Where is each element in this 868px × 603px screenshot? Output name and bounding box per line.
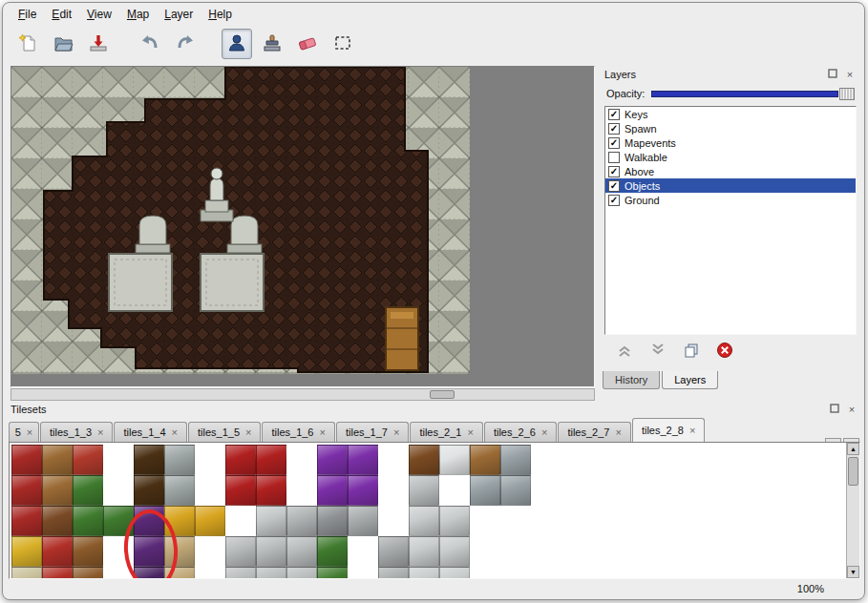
tile-cell[interactable] [195,445,225,475]
tile-cell[interactable] [317,445,348,475]
layer-visibility-checkbox[interactable]: ✓ [608,137,620,149]
menu-item-layer[interactable]: Layer [157,4,201,25]
layer-row-walkable[interactable]: Walkable [605,150,856,164]
tile-cell[interactable] [470,536,500,567]
tile-cell[interactable] [348,445,378,475]
tile-cell[interactable] [103,475,134,506]
tileset-tab-5[interactable]: 5× [9,422,39,442]
duplicate-layer-button[interactable] [681,342,702,361]
scroll-up-button[interactable]: ▲ [847,443,859,455]
layer-visibility-checkbox[interactable]: ✓ [608,123,620,135]
tile-cell[interactable] [500,445,531,475]
tile-cell[interactable] [11,567,42,579]
tile-cell[interactable] [195,506,225,536]
tileset-tab-tiles_2_1[interactable]: tiles_2_1× [410,422,482,442]
tile-cell[interactable] [134,445,164,475]
tile-cell[interactable] [134,475,164,506]
tab-close-icon[interactable]: × [393,427,399,438]
tile-cell[interactable] [73,506,103,536]
tab-close-icon[interactable]: × [320,427,326,438]
map-view[interactable] [11,66,595,387]
tile-cell[interactable] [134,506,164,536]
layer-visibility-checkbox[interactable]: ✓ [608,180,620,192]
redo-button[interactable] [170,29,201,59]
tile-cell[interactable] [256,567,286,579]
tile-cell[interactable] [286,567,317,579]
tile-cell[interactable] [225,536,256,567]
tile-cell[interactable] [73,445,103,475]
tile-cell[interactable] [225,475,256,506]
tile-cell[interactable] [409,506,439,536]
menu-item-view[interactable]: View [79,4,119,25]
tileset-tab-tiles_1_5[interactable]: tiles_1_5× [188,422,261,442]
tile-cell[interactable] [42,445,73,475]
tile-cell[interactable] [409,445,439,475]
raise-layer-button[interactable] [614,342,635,361]
tile-cell[interactable] [439,475,470,506]
layer-visibility-checkbox[interactable]: ✓ [608,166,620,177]
tile-cell[interactable] [348,567,378,579]
tab-close-icon[interactable]: × [172,427,178,438]
tile-cell[interactable] [256,475,286,506]
tile-cell[interactable] [348,506,378,536]
eraser-tool-button[interactable] [292,29,323,59]
tileset-tab-tiles_1_4[interactable]: tiles_1_4× [114,422,186,442]
tile-cell[interactable] [225,445,256,475]
tile-cell[interactable] [225,567,256,579]
tile-cell[interactable] [225,506,256,536]
tile-cell[interactable] [11,536,42,567]
menu-item-map[interactable]: Map [119,4,157,25]
tile-cell[interactable] [73,536,103,567]
tile-cell[interactable] [256,506,286,536]
panel-close-button[interactable]: × [845,403,858,416]
menu-item-file[interactable]: File [11,4,44,25]
tab-close-icon[interactable]: × [541,427,547,438]
tile-cell[interactable] [134,536,164,567]
tile-cell[interactable] [286,475,317,506]
tile-cell[interactable] [439,506,470,536]
tile-cell[interactable] [470,475,500,506]
menu-item-help[interactable]: Help [201,4,240,25]
layer-row-keys[interactable]: ✓Keys [605,107,856,121]
tileset-tab-tiles_1_3[interactable]: tiles_1_3× [40,422,113,442]
tile-cell[interactable] [409,475,439,506]
tile-cell[interactable] [378,475,409,506]
tab-close-icon[interactable]: × [689,426,695,436]
tileset-tab-tiles_1_7[interactable]: tiles_1_7× [336,422,409,442]
tile-cell[interactable] [439,445,470,475]
layer-row-ground[interactable]: ✓Ground [605,193,856,207]
new-file-button[interactable] [12,29,43,59]
tile-cell[interactable] [42,567,73,579]
tile-cell[interactable] [500,475,531,506]
tile-cell[interactable] [73,567,103,579]
tile-cell[interactable] [500,536,531,567]
layer-row-mapevents[interactable]: ✓Mapevents [605,135,856,150]
scrollbar-thumb[interactable] [848,457,858,486]
tile-cell[interactable] [164,536,195,567]
opacity-slider-handle[interactable] [839,88,855,100]
panel-close-button[interactable]: × [843,68,857,81]
delete-layer-button[interactable] [714,342,735,361]
layer-visibility-checkbox[interactable] [608,152,620,163]
tile-cell[interactable] [500,567,531,579]
selection-tool-button[interactable] [328,29,358,59]
tileset-content[interactable]: ▲ ▼ [9,442,860,579]
tile-cell[interactable] [164,567,195,579]
stamp-tool-button[interactable] [257,29,287,59]
tile-cell[interactable] [195,475,225,506]
undo-button[interactable] [135,29,165,59]
tab-close-icon[interactable]: × [467,427,473,438]
tile-cell[interactable] [378,506,409,536]
tile-cell[interactable] [73,475,103,506]
character-tool-button[interactable] [222,29,252,59]
tile-cell[interactable] [348,475,378,506]
tile-cell[interactable] [164,506,195,536]
tile-cell[interactable] [164,475,195,506]
tab-layers[interactable]: Layers [662,371,718,389]
tile-cell[interactable] [42,536,73,567]
tile-cell[interactable] [42,475,73,506]
lower-layer-button[interactable] [647,342,668,361]
tile-cell[interactable] [348,536,378,567]
tile-cell[interactable] [378,445,409,475]
tile-cell[interactable] [286,445,317,475]
